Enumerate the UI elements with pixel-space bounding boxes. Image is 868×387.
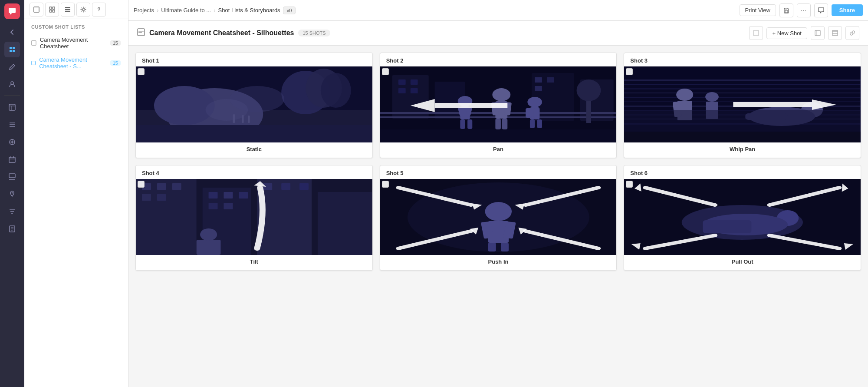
filter-nav-icon[interactable]: [4, 204, 20, 219]
home-nav-icon[interactable]: [4, 42, 20, 57]
svg-rect-154: [488, 243, 496, 251]
svg-rect-105: [624, 84, 861, 85]
svg-rect-52: [832, 30, 838, 36]
svg-rect-37: [65, 9, 70, 10]
shot-2-checkbox[interactable]: [382, 68, 389, 75]
board-nav-icon[interactable]: [4, 99, 20, 115]
link-icon-button[interactable]: [845, 26, 859, 40]
shot-image-5[interactable]: [380, 179, 617, 255]
shots-grid: Shot 1: [128, 46, 868, 278]
svg-rect-46: [138, 33, 142, 33]
shot-label-4: Tilt: [136, 255, 372, 270]
shot-image-1[interactable]: [136, 66, 372, 142]
svg-rect-109: [624, 101, 861, 102]
film-nav-icon[interactable]: [4, 134, 20, 150]
app-logo[interactable]: [4, 3, 20, 19]
shot-label-3: Whip Pan: [624, 142, 861, 158]
sheet-actions: + New Shot: [749, 26, 859, 40]
shot-image-3[interactable]: [624, 66, 861, 142]
svg-rect-155: [501, 243, 509, 251]
shot-image-6[interactable]: [624, 179, 861, 255]
svg-rect-48: [815, 30, 820, 36]
breadcrumb-sep2: ›: [214, 7, 215, 13]
tool-settings[interactable]: [76, 3, 90, 17]
comment-icon-button[interactable]: [814, 3, 828, 17]
svg-rect-75: [535, 77, 542, 83]
tool-frame[interactable]: [30, 3, 43, 17]
svg-rect-72: [410, 79, 418, 85]
save-icon-button[interactable]: [779, 3, 793, 17]
svg-rect-94: [526, 108, 532, 118]
breadcrumb-current: Shot Lists & Storyboards: [218, 7, 280, 13]
svg-rect-5: [13, 50, 15, 52]
sidebar-item-1[interactable]: Camera Movement Cheatsheet - S... 15: [24, 53, 128, 73]
shot-5-checkbox[interactable]: [382, 181, 389, 188]
svg-rect-7: [9, 104, 15, 110]
shot-image-2[interactable]: [380, 66, 617, 142]
book-nav-icon[interactable]: [4, 221, 20, 237]
sheet-checkbox[interactable]: [749, 26, 763, 40]
sidebar-section-header: Custom Shot Lists: [24, 19, 128, 33]
breadcrumb-projects[interactable]: Projects: [134, 7, 154, 13]
tool-rows[interactable]: [61, 3, 75, 17]
pen-nav-icon[interactable]: [4, 59, 20, 75]
svg-rect-137: [209, 192, 218, 198]
svg-rect-169: [703, 220, 752, 233]
sidebar-item-0[interactable]: Camera Movement Cheatsheet 15: [24, 33, 128, 53]
shot-label-5: Push In: [380, 255, 617, 270]
svg-rect-44: [138, 29, 145, 36]
svg-point-150: [485, 202, 511, 221]
sheet-title: Camera Movement Cheatsheet - Silhouettes: [149, 29, 294, 37]
svg-rect-17: [9, 157, 15, 162]
shot-4-checkbox[interactable]: [138, 181, 145, 188]
shot-6-checkbox[interactable]: [626, 181, 633, 188]
person-nav-icon[interactable]: [4, 76, 20, 92]
list-nav-icon[interactable]: [4, 117, 20, 132]
svg-point-59: [154, 86, 215, 125]
svg-point-101: [576, 79, 601, 101]
sidebar-toolbar: ?: [24, 0, 128, 19]
shot-3-checkbox[interactable]: [626, 68, 633, 75]
svg-rect-138: [224, 192, 233, 198]
frame-view-button[interactable]: [811, 26, 825, 40]
tool-grid[interactable]: [45, 3, 59, 17]
svg-rect-141: [224, 203, 233, 209]
svg-rect-40: [32, 41, 36, 45]
sidebar-item-label-0: Camera Movement Cheatsheet: [40, 36, 106, 50]
shot-card-1: Shot 1: [135, 53, 373, 158]
shot-card-6: Shot 6: [624, 165, 861, 271]
tool-help[interactable]: ?: [92, 3, 106, 17]
print-view-button[interactable]: Print View: [740, 4, 776, 16]
pin-nav-icon[interactable]: [4, 186, 20, 202]
calendar-nav-icon[interactable]: [4, 152, 20, 167]
left-navigation: [0, 0, 24, 387]
layout-view-button[interactable]: [828, 26, 842, 40]
main-content: Projects › Ultimate Guide to ... › Shot …: [128, 0, 868, 387]
shot-image-4[interactable]: [136, 179, 372, 255]
svg-rect-21: [9, 174, 15, 178]
svg-marker-1: [10, 13, 12, 15]
new-shot-button[interactable]: + New Shot: [766, 27, 807, 39]
version-badge[interactable]: v0: [283, 7, 296, 14]
svg-rect-34: [49, 10, 52, 12]
layout-nav-icon[interactable]: [4, 169, 20, 185]
back-nav-icon[interactable]: [4, 24, 20, 40]
shot-1-checkbox[interactable]: [138, 68, 145, 75]
shots-count-badge: 15 SHOTS: [298, 30, 330, 36]
sheet-header: Camera Movement Cheatsheet - Silhouettes…: [128, 21, 868, 46]
svg-point-65: [206, 99, 248, 121]
svg-rect-73: [398, 88, 406, 93]
more-icon-button[interactable]: ···: [797, 3, 811, 17]
shot-card-2: Shot 2: [380, 53, 617, 158]
svg-point-118: [705, 92, 719, 102]
share-button[interactable]: Share: [832, 4, 863, 16]
shots-content: Shot 1: [128, 46, 868, 387]
breadcrumb-project[interactable]: Ultimate Guide to ...: [161, 7, 211, 13]
svg-rect-42: [785, 10, 788, 13]
svg-rect-74: [410, 88, 418, 93]
shot-label-2: Pan: [380, 142, 617, 158]
svg-rect-96: [530, 119, 535, 128]
svg-rect-4: [10, 50, 12, 52]
svg-rect-123: [733, 102, 812, 107]
shot-number-3: Shot 3: [624, 53, 861, 66]
